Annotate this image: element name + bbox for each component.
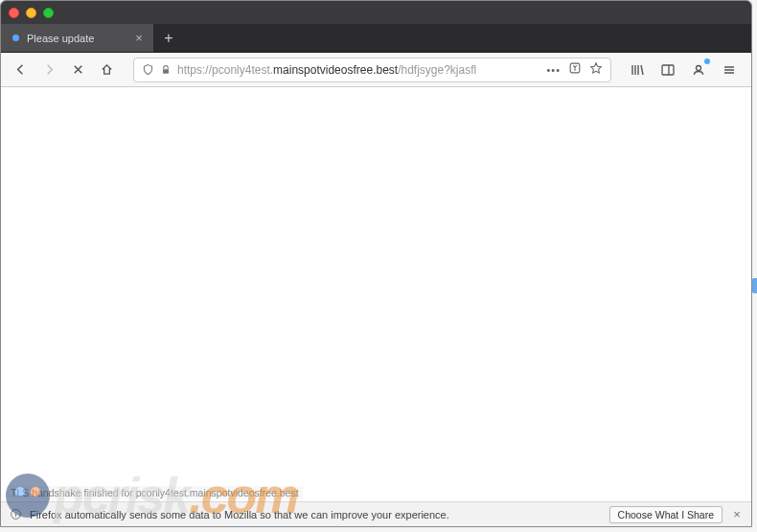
- toolbar-right: [627, 59, 744, 81]
- svg-rect-0: [163, 69, 169, 74]
- page-content: [1, 87, 751, 501]
- url-text: https://pconly4test.mainspotvideosfree.b…: [177, 63, 540, 77]
- lock-icon[interactable]: [160, 64, 172, 76]
- browser-window: Please update × + https://pconly4tes: [0, 0, 752, 527]
- window-minimize-button[interactable]: [26, 8, 36, 18]
- page-actions-icon[interactable]: •••: [546, 64, 561, 76]
- choose-share-button[interactable]: Choose What I Share: [609, 506, 723, 523]
- status-bar: TLS handshake finished for pconly4test.m…: [7, 486, 303, 499]
- tab-loading-icon: [12, 35, 19, 41]
- tab-title: Please update: [27, 33, 94, 44]
- window-titlebar: [1, 1, 751, 24]
- tab-bar: Please update × +: [1, 24, 751, 53]
- library-icon[interactable]: [627, 59, 648, 81]
- home-button[interactable]: [95, 58, 118, 81]
- window-maximize-button[interactable]: [43, 8, 54, 18]
- url-path: /hdfjsyge?kjasfl: [398, 63, 476, 77]
- url-domain: mainspotvideosfree.best: [273, 63, 398, 77]
- account-icon[interactable]: [688, 59, 709, 81]
- forward-button[interactable]: [37, 58, 60, 81]
- window-close-button[interactable]: [9, 8, 19, 18]
- notice-close-button[interactable]: ×: [730, 508, 744, 521]
- info-icon: [9, 508, 22, 521]
- url-subdomain: pconly4test.: [212, 63, 273, 77]
- address-bar[interactable]: https://pconly4test.mainspotvideosfree.b…: [133, 58, 611, 82]
- navigation-toolbar: https://pconly4test.mainspotvideosfree.b…: [1, 53, 751, 87]
- right-edge-marker: [752, 278, 757, 293]
- browser-tab[interactable]: Please update ×: [1, 24, 154, 52]
- stop-button[interactable]: [66, 58, 89, 81]
- svg-point-3: [697, 65, 701, 70]
- sidebar-icon[interactable]: [657, 59, 678, 81]
- telemetry-notice-bar: Firefox automatically sends some data to…: [1, 501, 751, 526]
- menu-icon[interactable]: [719, 59, 740, 81]
- new-tab-button[interactable]: +: [154, 24, 183, 52]
- tab-close-button[interactable]: ×: [132, 32, 146, 45]
- url-protocol: https://: [177, 63, 212, 77]
- notice-text: Firefox automatically sends some data to…: [30, 509, 602, 520]
- urlbar-actions: •••: [546, 61, 603, 78]
- back-button[interactable]: [9, 58, 32, 81]
- tracking-shield-icon[interactable]: [142, 63, 154, 76]
- bookmark-star-icon[interactable]: [589, 61, 603, 78]
- reader-mode-icon[interactable]: [568, 61, 582, 78]
- svg-rect-2: [662, 65, 674, 75]
